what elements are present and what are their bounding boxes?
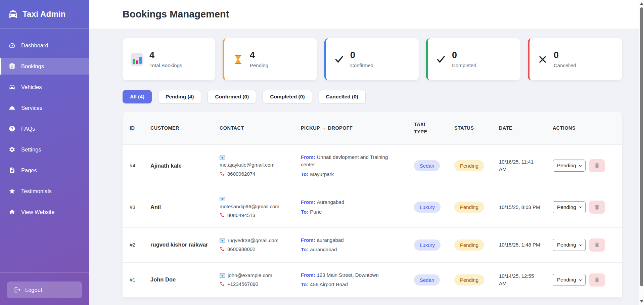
pickup-line: From:123 Main Street, Downtown [301, 271, 401, 279]
phone-line: 8080494513 [220, 212, 282, 219]
status-select-value: Pending [557, 163, 576, 169]
status-badge: Pending [454, 202, 484, 213]
stat-label: Total Bookings [149, 62, 182, 68]
contact-cell: motesandip96@gmail.com 8080494513 [220, 194, 301, 221]
filter-pending[interactable]: Pending (4) [158, 90, 201, 103]
customer-email: john@example.com [228, 272, 272, 278]
trash-icon [594, 204, 600, 210]
home-icon [9, 209, 15, 215]
email-line: motesandip96@gmail.com [220, 195, 282, 210]
email-icon [220, 238, 225, 243]
customer-name: Anil [150, 203, 220, 211]
col-header-status: STATUS [454, 125, 499, 132]
status-badge: Pending [454, 274, 484, 286]
app-window: Taxi Admin Dashboard Bookings Vehicles S… [0, 0, 644, 305]
col-header-date: DATE [499, 125, 553, 132]
sidebar-item-bookings[interactable]: Bookings [0, 58, 89, 75]
stat-card-total-bookings: 4 Total Bookings [123, 38, 215, 80]
customer-name: rugved kishor raikwar [150, 241, 220, 249]
sidebar-item-label: Vehicles [21, 84, 42, 90]
dashboard-icon [9, 42, 15, 49]
customer-phone: +1234567890 [227, 281, 258, 287]
delete-button[interactable] [589, 201, 605, 214]
stat-value: 0 [452, 50, 476, 60]
sidebar-item-settings[interactable]: Settings [0, 141, 89, 158]
delete-button[interactable] [589, 238, 605, 252]
customer-name: Ajinath kale [150, 162, 220, 170]
table-header-row: ID CUSTOMER CONTACT PICKUP → DROPOFF TAX… [123, 112, 622, 145]
sidebar-item-faqs[interactable]: FAQs [0, 120, 89, 137]
chevron-down-icon [579, 164, 582, 168]
stats-row: 4 Total Bookings 4 Pending [123, 38, 622, 80]
sidebar-item-view-website[interactable]: View Website [0, 204, 89, 220]
pickup-line: From:aurangabad [301, 236, 401, 244]
status-select[interactable]: Pending [553, 201, 586, 213]
main-area: Bookings Management 4 Total Bookings [89, 0, 639, 305]
taxi-type-badge: Sedan [414, 274, 440, 286]
booking-id: #3 [130, 204, 150, 210]
status-select[interactable]: Pending [553, 239, 586, 251]
question-circle-icon [9, 125, 15, 132]
sidebar-item-testimonials[interactable]: Testimonials [0, 183, 89, 200]
col-header-contact: CONTACT [220, 125, 301, 132]
brand-logo: Taxi Admin [0, 0, 89, 29]
stat-card-confirmed: 0 Confirmed [324, 38, 419, 80]
sidebar-item-label: View Website [21, 209, 54, 215]
customer-name: John Doe [150, 276, 220, 284]
status-select[interactable]: Pending [553, 274, 586, 286]
stat-card-cancelled: 0 Cancelled [528, 38, 622, 80]
stat-label: Cancelled [554, 62, 576, 68]
sidebar-item-label: Pages [21, 167, 37, 174]
email-icon [220, 197, 225, 201]
sidebar-item-dashboard[interactable]: Dashboard [0, 37, 89, 54]
check-icon [436, 54, 446, 64]
filter-completed[interactable]: Completed (0) [263, 90, 312, 103]
delete-button[interactable] [589, 159, 605, 172]
hourglass-icon [232, 54, 244, 65]
pickup-line: From:Unnati devlopment and Training cent… [301, 154, 401, 169]
dropoff-address: Pune [310, 209, 322, 215]
route-cell: From:Aurangabad To:Pune [301, 197, 414, 218]
actions-cell: Pending [553, 273, 622, 287]
table-row: #1 John Doe john@example.com +1234567890… [123, 263, 622, 298]
taxi-icon [8, 9, 18, 19]
scrollbar-up-arrow[interactable] [640, 2, 643, 5]
col-header-id: ID [130, 125, 150, 132]
sidebar-item-label: Testimonials [21, 188, 52, 194]
gear-icon [9, 146, 15, 153]
room-service-icon [9, 104, 15, 111]
col-header-taxi-type: TAXI TYPE [414, 121, 434, 136]
scrollbar-thumb[interactable] [640, 7, 643, 286]
cross-icon [538, 54, 548, 64]
pickup-line: From:Aurangabad [301, 199, 401, 206]
table-row: #2 rugved kishor raikwar rugvedr39@gmail… [123, 228, 622, 263]
booking-date: 10/14/25, 12:55 AM [499, 272, 553, 288]
stat-value: 4 [250, 50, 268, 60]
phone-icon [220, 281, 225, 287]
scrollbar-down-arrow[interactable] [640, 300, 643, 303]
sidebar-item-services[interactable]: Services [0, 99, 89, 116]
sidebar-item-pages[interactable]: Pages [0, 162, 89, 179]
from-label: From: [301, 154, 315, 160]
filter-all[interactable]: All (4) [123, 90, 152, 103]
dropoff-address: 456 Airport Road [310, 281, 348, 287]
sidebar-item-label: Dashboard [21, 42, 48, 49]
dropoff-address: Mayurpark [310, 171, 334, 177]
email-line: rugvedr39@gmail.com [220, 237, 282, 245]
filter-confirmed[interactable]: Confirmed (0) [208, 90, 256, 103]
status-select[interactable]: Pending [553, 160, 586, 172]
chevron-down-icon [579, 278, 582, 282]
col-header-customer: CUSTOMER [150, 125, 220, 132]
sidebar-item-vehicles[interactable]: Vehicles [0, 79, 89, 95]
logout-button[interactable]: Logout [7, 281, 82, 298]
stat-value: 0 [350, 50, 373, 60]
dropoff-line: To:456 Airport Road [301, 281, 401, 289]
phone-line: +1234567890 [220, 280, 282, 288]
filter-cancelled[interactable]: Cancelled (0) [319, 90, 366, 103]
chevron-down-icon [579, 205, 582, 209]
delete-button[interactable] [589, 273, 605, 287]
bookings-table: ID CUSTOMER CONTACT PICKUP → DROPOFF TAX… [123, 112, 622, 298]
taxi-type-badge: Sedan [414, 160, 440, 171]
to-label: To: [301, 281, 308, 287]
scrollbar[interactable] [639, 0, 644, 305]
